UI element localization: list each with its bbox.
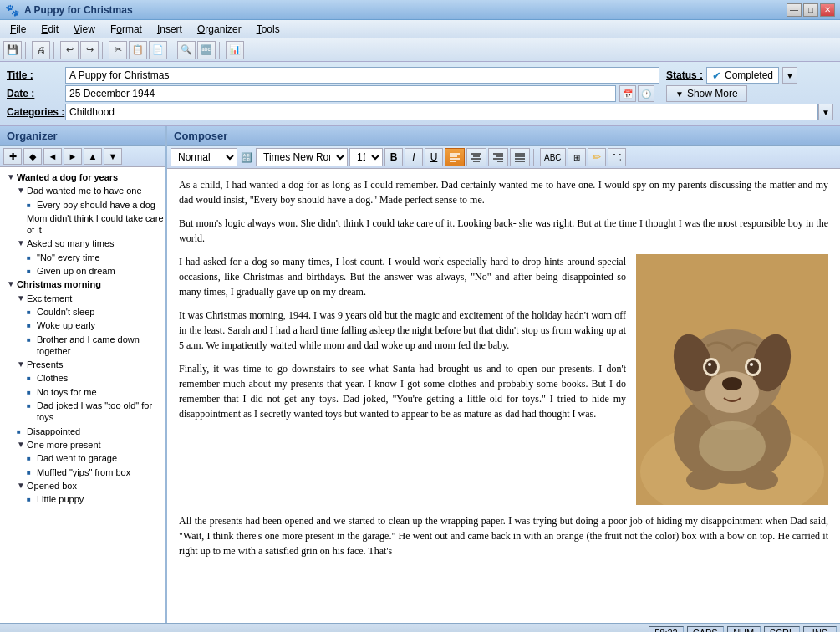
comp-sep1 xyxy=(533,149,537,166)
list-item[interactable]: ▼ One more present xyxy=(0,438,165,451)
svg-rect-34 xyxy=(636,254,828,505)
redo-button[interactable]: ↪ xyxy=(80,41,99,59)
tree-node-label: Presents xyxy=(27,359,165,370)
print-button[interactable]: 🖨 xyxy=(32,41,50,59)
menu-format[interactable]: Format xyxy=(104,22,149,37)
tree-node-label: Every boy should have a dog xyxy=(37,199,165,211)
highlight-button[interactable]: ✏ xyxy=(588,148,606,166)
date-buttons: 📅 🕐 xyxy=(619,85,654,102)
date-cal-button[interactable]: 📅 xyxy=(619,85,636,102)
bullet-icon: ■ xyxy=(27,389,37,396)
spellcheck-button[interactable]: ABC xyxy=(540,148,566,166)
search-button[interactable]: 🔍 xyxy=(177,41,196,59)
composer-panel: Composer Normal Heading 1 Heading 2 🔠 Ti… xyxy=(167,126,840,623)
tree-node-label: Brother and I came down together xyxy=(37,334,165,358)
org-add-button[interactable]: ✚ xyxy=(3,148,22,165)
title-input[interactable] xyxy=(65,67,659,84)
underline-button[interactable]: U xyxy=(425,148,443,166)
list-item[interactable]: ▼ Excitement xyxy=(0,292,165,305)
list-item[interactable]: ▼ Dad wanted me to have one xyxy=(0,184,165,197)
cut-button[interactable]: ✂ xyxy=(109,41,127,59)
date-clock-button[interactable]: 🕐 xyxy=(638,85,654,102)
undo-button[interactable]: ↩ xyxy=(60,41,79,59)
org-indent-button[interactable]: ► xyxy=(64,148,82,165)
list-item[interactable]: ■ "No" every time xyxy=(0,251,165,264)
table-button[interactable]: ⊞ xyxy=(568,148,586,166)
italic-button[interactable]: I xyxy=(405,148,423,166)
main-content: Organizer ✚ ◆ ◄ ► ▲ ▼ ▼ Wanted a dog for… xyxy=(0,126,840,623)
caps-lock-indicator: CAPS xyxy=(687,626,724,633)
status-dropdown-button[interactable]: ▼ xyxy=(782,67,797,84)
list-item[interactable]: ■ Brother and I came down together xyxy=(0,333,165,359)
categories-dropdown-button[interactable]: ▼ xyxy=(818,104,833,120)
sep2 xyxy=(53,42,57,59)
composer-content[interactable]: As a child, I had wanted a dog for as lo… xyxy=(167,169,840,623)
menu-file[interactable]: File xyxy=(3,22,33,37)
list-item[interactable]: ▼ Wanted a dog for years xyxy=(0,171,165,184)
title-row: Title : Status : ✔ Completed ▼ xyxy=(7,67,833,84)
sep5 xyxy=(219,42,222,59)
list-item[interactable]: ■ Every boy should have a dog xyxy=(0,198,165,212)
list-item[interactable]: ■ Disappointed xyxy=(0,425,165,438)
menu-tools[interactable]: Tools xyxy=(250,22,287,37)
list-item[interactable]: ▶ Mom didn't think I could take care of … xyxy=(0,212,165,237)
list-item[interactable]: ▼ Asked so many times xyxy=(0,237,165,250)
menu-edit[interactable]: Edit xyxy=(34,22,65,37)
size-select[interactable]: 11 10 12 14 xyxy=(349,148,383,166)
justify-button[interactable] xyxy=(510,148,530,166)
list-item[interactable]: ■ Muffled "yips" from box xyxy=(0,466,165,479)
list-item[interactable]: ▼ Christmas morning xyxy=(0,278,165,291)
media-button[interactable]: 📊 xyxy=(226,41,244,59)
paste-button[interactable]: 📄 xyxy=(149,41,167,59)
align-center-button[interactable] xyxy=(466,148,486,166)
list-item[interactable]: ■ Given up on dream xyxy=(0,264,165,278)
org-up-button[interactable]: ▲ xyxy=(84,148,102,165)
align-left-icon xyxy=(449,152,461,162)
list-item[interactable]: ■ Woke up early xyxy=(0,319,165,332)
list-item[interactable]: ■ Dad joked I was "too old" for toys xyxy=(0,399,165,425)
style-select[interactable]: Normal Heading 1 Heading 2 xyxy=(171,148,237,166)
spell-button[interactable]: 🔤 xyxy=(197,41,216,59)
show-more-arrow-icon: ▼ xyxy=(675,89,684,99)
bullet-icon: ■ xyxy=(17,428,27,436)
org-outdent-button[interactable]: ◄ xyxy=(43,148,62,165)
list-item[interactable]: ■ Clothes xyxy=(0,371,165,385)
menu-organizer[interactable]: Organizer xyxy=(191,22,248,37)
list-item[interactable]: ■ No toys for me xyxy=(0,385,165,399)
scroll-lock-indicator: SCRL xyxy=(764,626,800,633)
organizer-toolbar: ✚ ◆ ◄ ► ▲ ▼ xyxy=(0,146,165,167)
org-down-button[interactable]: ▼ xyxy=(104,148,122,165)
bullet-icon: ■ xyxy=(27,201,37,209)
font-select[interactable]: Times New Roman Arial xyxy=(256,148,348,166)
align-left-button[interactable] xyxy=(445,148,465,166)
minimize-button[interactable]: — xyxy=(787,3,802,17)
list-item[interactable]: ■ Couldn't sleep xyxy=(0,305,165,319)
menu-view[interactable]: View xyxy=(67,22,102,37)
content-with-image: I had asked for a dog so many times, I l… xyxy=(179,254,828,505)
justify-icon xyxy=(514,152,526,162)
status-label: Status : xyxy=(666,69,703,81)
organizer-tree: ▼ Wanted a dog for years ▼ Dad wanted me… xyxy=(0,167,165,623)
cursor-position: 58:22 xyxy=(649,626,684,633)
fullscreen-button[interactable]: ⛶ xyxy=(608,148,626,166)
list-item[interactable]: ▼ Presents xyxy=(0,358,165,371)
bullet-icon: ■ xyxy=(27,308,37,316)
tree-node-label: Christmas morning xyxy=(17,278,165,290)
status-check-icon: ✔ xyxy=(712,69,721,82)
align-right-button[interactable] xyxy=(488,148,508,166)
list-item[interactable]: ▼ Opened box xyxy=(0,479,165,492)
date-input[interactable] xyxy=(65,85,616,102)
show-more-button[interactable]: ▼ Show More xyxy=(666,85,747,102)
menu-insert[interactable]: Insert xyxy=(150,22,189,37)
list-item[interactable]: ■ Dad went to garage xyxy=(0,451,165,465)
list-item[interactable]: ■ Little puppy xyxy=(0,492,165,506)
maximize-button[interactable]: □ xyxy=(803,3,818,17)
bold-button[interactable]: B xyxy=(384,148,403,166)
title-bar-left: 🐾 A Puppy for Christmas xyxy=(5,3,133,17)
copy-button[interactable]: 📋 xyxy=(129,41,147,59)
categories-input[interactable] xyxy=(65,104,818,120)
app-icon: 🐾 xyxy=(5,3,19,17)
org-bullet-button[interactable]: ◆ xyxy=(23,148,42,165)
close-button[interactable]: ✕ xyxy=(820,3,835,17)
save-button[interactable]: 💾 xyxy=(3,41,22,59)
